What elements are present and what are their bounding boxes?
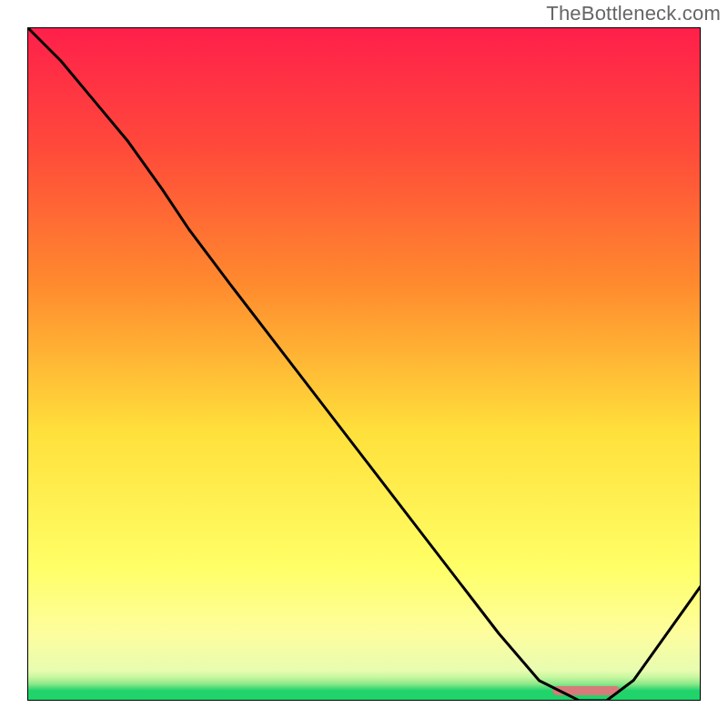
gradient-background bbox=[27, 27, 701, 701]
chart-container: TheBottleneck.com bbox=[0, 0, 728, 728]
watermark-text: TheBottleneck.com bbox=[546, 2, 721, 25]
plot-area bbox=[27, 27, 701, 701]
chart-svg bbox=[27, 27, 701, 701]
